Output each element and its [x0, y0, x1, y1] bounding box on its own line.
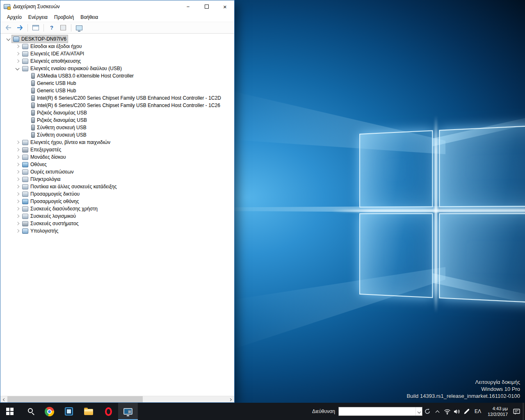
menu-item-3[interactable]: Βοήθεια: [77, 13, 101, 21]
tree-item[interactable]: Επεξεργαστές: [0, 146, 234, 153]
properties-button[interactable]: [58, 23, 68, 33]
logo-pane-bottom-left: [359, 213, 433, 298]
menu-item-0[interactable]: Αρχείο: [4, 13, 25, 21]
chrome-button[interactable]: [39, 403, 59, 420]
chevron-collapsed-icon[interactable]: [14, 169, 21, 175]
tree-item[interactable]: Ελεγκτές IDE ATA/ATAPI: [0, 50, 234, 57]
opera-button[interactable]: [98, 403, 118, 420]
chevron-collapsed-icon[interactable]: [14, 191, 21, 197]
file-explorer-button[interactable]: [79, 403, 98, 420]
usb-device-icon: [31, 117, 35, 123]
maximize-button[interactable]: [197, 0, 216, 13]
network-button[interactable]: [442, 403, 452, 420]
chevron-collapsed-icon[interactable]: [14, 154, 21, 160]
volume-button[interactable]: [452, 403, 462, 420]
help-button[interactable]: ?: [46, 23, 57, 33]
chevron-collapsed-icon[interactable]: [14, 43, 21, 50]
search-button[interactable]: [20, 403, 39, 420]
tree-item[interactable]: Intel(R) 6 Series/C200 Series Chipset Fa…: [0, 94, 234, 102]
toolbar: ?: [0, 22, 234, 34]
scan-hardware-button[interactable]: [74, 23, 84, 33]
tree-item[interactable]: Προσαρμογείς οθόνης: [0, 198, 234, 205]
tree-item[interactable]: Ελεγκτές αποθήκευσης: [0, 57, 234, 65]
chevron-collapsed-icon[interactable]: [14, 176, 21, 183]
tree-item[interactable]: Οθόνες: [0, 161, 234, 168]
tree-item[interactable]: Generic USB Hub: [0, 87, 234, 94]
logo-pane-top-right: [439, 123, 525, 207]
start-button[interactable]: [0, 403, 20, 420]
tree-item[interactable]: Ελεγκτές ενιαίου σειριακού διαύλου (USB): [0, 65, 234, 72]
horizontal-scrollbar[interactable]: [0, 396, 234, 402]
chevron-expanded-icon[interactable]: [14, 65, 21, 72]
menu-bar: ΑρχείοΕνέργειαΠροβολήΒοήθεια: [0, 13, 234, 22]
chevron-collapsed-icon[interactable]: [14, 58, 21, 64]
chevron-collapsed-icon[interactable]: [14, 220, 21, 227]
chevron-collapsed-icon[interactable]: [14, 228, 21, 234]
ide-controller-icon: [22, 51, 28, 57]
tree-item[interactable]: Πληκτρολόγια: [0, 176, 234, 183]
tree-item[interactable]: Intel(R) 6 Series/C200 Series Chipset Fa…: [0, 102, 234, 109]
address-dropdown-icon[interactable]: [415, 407, 422, 415]
tree-item[interactable]: Ελεγκτές ήχου, βίντεο και παιχνιδιών: [0, 139, 234, 146]
chevron-collapsed-icon[interactable]: [14, 161, 21, 168]
address-combobox[interactable]: [338, 407, 422, 416]
scrollbar-thumb[interactable]: [7, 396, 143, 402]
scroll-right-button[interactable]: [227, 396, 234, 402]
tree-item[interactable]: Συσκευές συστήματος: [0, 220, 234, 227]
tree-item-label: Σύνθετη συσκευή USB: [37, 125, 87, 130]
tree-item[interactable]: Ριζικός διανομέας USB: [0, 116, 234, 124]
hidden-icons-button[interactable]: [432, 403, 442, 420]
tree-item[interactable]: Συσκευές διασύνδεσης χρήστη: [0, 205, 234, 212]
tree-item-label: DESKTOP-DN97IV6: [21, 36, 66, 42]
device-manager-taskbar-button[interactable]: [118, 403, 138, 420]
menu-item-2[interactable]: Προβολή: [51, 13, 77, 21]
chevron-collapsed-icon[interactable]: [14, 205, 21, 212]
tree-item[interactable]: Μονάδες δίσκου: [0, 153, 234, 161]
language-indicator[interactable]: ΕΛ: [472, 403, 484, 420]
chevron-placeholder: [23, 87, 30, 94]
address-input[interactable]: [339, 407, 415, 415]
address-go-button[interactable]: [422, 403, 432, 420]
forward-icon: [17, 25, 23, 30]
tree-item[interactable]: Ουρές εκτυπώσεων: [0, 168, 234, 176]
chevron-collapsed-icon[interactable]: [14, 139, 21, 146]
tree-item[interactable]: Προσαρμογείς δικτύου: [0, 190, 234, 198]
chevron-collapsed-icon[interactable]: [14, 146, 21, 153]
pinned-app-button[interactable]: [59, 403, 79, 420]
tree-item[interactable]: Υπολογιστής: [0, 227, 234, 235]
back-button[interactable]: [3, 23, 14, 33]
tree-item-label: Προσαρμογείς δικτύου: [30, 191, 80, 197]
tree-item[interactable]: DESKTOP-DN97IV6: [0, 35, 234, 43]
tree-item[interactable]: Είσοδοι και έξοδοι ήχου: [0, 43, 234, 50]
wifi-icon: [444, 409, 451, 415]
device-tree: DESKTOP-DN97IV6Είσοδοι και έξοδοι ήχουΕλ…: [0, 34, 234, 396]
audio-io-icon: [22, 44, 28, 49]
tree-item[interactable]: Σύνθετη συσκευή USB: [0, 131, 234, 139]
scrollbar-track[interactable]: [143, 396, 227, 402]
console-window-button[interactable]: [30, 23, 41, 33]
back-icon: [5, 25, 11, 30]
chevron-collapsed-icon[interactable]: [14, 183, 21, 190]
chevron-expanded-icon[interactable]: [5, 36, 12, 42]
tree-item[interactable]: Generic USB Hub: [0, 80, 234, 87]
forward-button[interactable]: [14, 23, 25, 33]
clock[interactable]: 4:43 μμ 12/2/2017: [484, 403, 511, 420]
tree-item-content: Ριζικός διανομέας USB: [30, 109, 88, 116]
tree-item[interactable]: Ριζικός διανομέας USB: [0, 109, 234, 116]
scroll-left-button[interactable]: [0, 396, 7, 402]
pen-button[interactable]: [462, 403, 472, 420]
chevron-collapsed-icon[interactable]: [14, 198, 21, 205]
title-bar[interactable]: Διαχείριση Συσκευών − ×: [0, 0, 234, 13]
tree-item[interactable]: Ποντίκια και άλλες συσκευές κατάδειξης: [0, 183, 234, 190]
menu-item-1[interactable]: Ενέργεια: [25, 13, 51, 21]
tree-item[interactable]: Συσκευές λογισμικού: [0, 212, 234, 220]
chevron-collapsed-icon[interactable]: [14, 50, 21, 57]
show-desktop-button[interactable]: [523, 403, 525, 420]
toolbar-separator: [71, 24, 71, 32]
tree-item[interactable]: Σύνθετη συσκευή USB: [0, 124, 234, 131]
minimize-button[interactable]: −: [179, 0, 197, 13]
action-center-button[interactable]: [511, 403, 521, 420]
chevron-collapsed-icon[interactable]: [14, 213, 21, 219]
tree-item[interactable]: ASMedia USB3.0 eXtensible Host Controlle…: [0, 72, 234, 80]
close-button[interactable]: ×: [216, 0, 234, 13]
